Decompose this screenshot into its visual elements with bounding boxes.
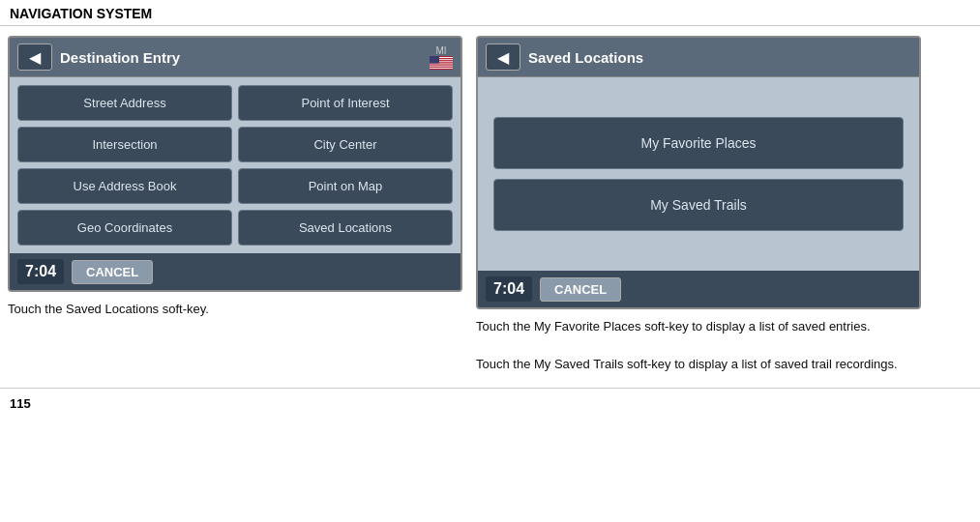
svg-rect-12	[430, 68, 453, 69]
geo-coordinates-button[interactable]: Geo Coordinates	[17, 210, 232, 246]
svg-rect-7	[430, 63, 453, 64]
back-button-left[interactable]: ◀	[17, 44, 52, 71]
cancel-button-right[interactable]: CANCEL	[540, 277, 621, 302]
screen-header-right: ◀ Saved Locations	[478, 38, 919, 77]
back-button-right[interactable]: ◀	[486, 44, 520, 71]
svg-rect-9	[430, 65, 453, 66]
svg-rect-13	[430, 56, 439, 64]
saved-buttons-list: My Favorite Places My Saved Trails	[478, 77, 919, 271]
saved-locations-title: Saved Locations	[528, 49, 911, 66]
street-address-button[interactable]: Street Address	[17, 85, 232, 121]
left-description: Touch the Saved Locations soft-key.	[8, 300, 462, 319]
saved-locations-button[interactable]: Saved Locations	[238, 210, 453, 246]
right-description: Touch the My Favorite Places soft-key to…	[476, 317, 972, 374]
time-left: 7:04	[17, 259, 64, 284]
svg-rect-10	[430, 66, 453, 67]
svg-rect-8	[430, 64, 453, 65]
svg-rect-11	[430, 67, 453, 68]
right-column: ◀ Saved Locations My Favorite Places My …	[476, 36, 972, 374]
saved-locations-screen: ◀ Saved Locations My Favorite Places My …	[476, 36, 921, 309]
point-on-map-button[interactable]: Point on Map	[238, 168, 453, 204]
page-number: 115	[0, 388, 980, 419]
intersection-button[interactable]: Intersection	[17, 127, 232, 162]
cancel-button-left[interactable]: CANCEL	[72, 260, 153, 284]
destination-entry-screen: ◀ Destination Entry MI	[8, 36, 462, 292]
destination-buttons-grid: Street Address Point of Interest Interse…	[10, 77, 460, 253]
left-column: ◀ Destination Entry MI	[8, 36, 462, 374]
flag-area: MI	[430, 45, 453, 70]
time-right: 7:04	[486, 276, 532, 302]
my-saved-trails-button[interactable]: My Saved Trails	[493, 179, 904, 231]
screen-header-left: ◀ Destination Entry MI	[10, 38, 460, 77]
use-address-book-button[interactable]: Use Address Book	[17, 168, 232, 204]
footer-left: 7:04 CANCEL	[10, 253, 460, 290]
my-favorite-places-button[interactable]: My Favorite Places	[493, 117, 904, 169]
page-header: NAVIGATION SYSTEM	[0, 0, 980, 26]
point-of-interest-button[interactable]: Point of Interest	[238, 85, 453, 121]
footer-right: 7:04 CANCEL	[478, 271, 919, 307]
destination-entry-title: Destination Entry	[60, 49, 422, 66]
state-label: MI	[435, 45, 446, 56]
city-center-button[interactable]: City Center	[238, 127, 453, 162]
us-flag-icon	[430, 56, 453, 70]
